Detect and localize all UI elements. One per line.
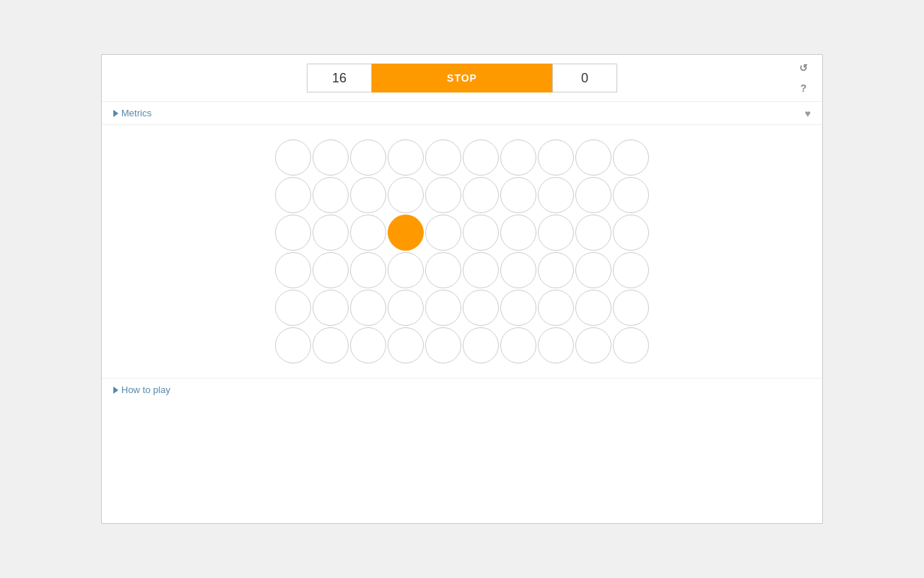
circle[interactable] xyxy=(275,177,311,213)
circle[interactable] xyxy=(275,327,311,363)
circle[interactable] xyxy=(425,327,461,363)
refresh-icon[interactable]: ↺ xyxy=(796,61,811,75)
circle[interactable] xyxy=(575,290,611,326)
heart-icon[interactable]: ♥ xyxy=(805,108,811,119)
how-to-play-label[interactable]: How to play xyxy=(113,384,170,395)
circle[interactable] xyxy=(313,139,349,176)
circle[interactable] xyxy=(538,139,574,176)
circle[interactable] xyxy=(275,215,311,251)
circle[interactable] xyxy=(538,252,574,288)
circle[interactable] xyxy=(575,177,611,213)
circle[interactable] xyxy=(388,215,424,251)
circle[interactable] xyxy=(575,327,611,363)
counter-left: 16 xyxy=(307,64,372,92)
circle[interactable] xyxy=(538,290,574,326)
circle[interactable] xyxy=(425,139,461,176)
circle[interactable] xyxy=(388,177,424,213)
circle[interactable] xyxy=(350,327,386,363)
circle[interactable] xyxy=(350,290,386,326)
circle[interactable] xyxy=(425,215,461,251)
top-right-icons: ↺ ? xyxy=(796,61,811,95)
circle[interactable] xyxy=(500,177,536,213)
circle[interactable] xyxy=(388,252,424,288)
circle[interactable] xyxy=(425,290,461,326)
circle[interactable] xyxy=(313,177,349,213)
circle[interactable] xyxy=(500,290,536,326)
circle[interactable] xyxy=(500,252,536,288)
circle[interactable] xyxy=(350,139,386,176)
circle[interactable] xyxy=(613,252,649,288)
how-to-play-content xyxy=(102,401,822,488)
main-container: 16 STOP 0 ↺ ? Metrics ♥ How to play xyxy=(101,54,823,524)
circle[interactable] xyxy=(613,139,649,176)
circle[interactable] xyxy=(313,290,349,326)
circle[interactable] xyxy=(538,177,574,213)
circle[interactable] xyxy=(538,215,574,251)
board-row xyxy=(275,327,649,363)
circle[interactable] xyxy=(613,177,649,213)
circle[interactable] xyxy=(313,327,349,363)
circle[interactable] xyxy=(538,327,574,363)
circle[interactable] xyxy=(388,290,424,326)
circle[interactable] xyxy=(275,139,311,176)
circle[interactable] xyxy=(463,252,499,288)
circle[interactable] xyxy=(388,139,424,176)
circle[interactable] xyxy=(500,139,536,176)
board-row xyxy=(275,252,649,288)
how-to-play-row[interactable]: How to play xyxy=(102,379,822,401)
circle[interactable] xyxy=(313,252,349,288)
board-row xyxy=(275,215,649,251)
circle[interactable] xyxy=(350,252,386,288)
help-icon[interactable]: ? xyxy=(796,81,811,95)
header-row: 16 STOP 0 ↺ ? xyxy=(102,55,822,102)
circle[interactable] xyxy=(613,215,649,251)
game-board xyxy=(102,125,822,379)
circle[interactable] xyxy=(275,290,311,326)
circle[interactable] xyxy=(500,215,536,251)
circle[interactable] xyxy=(575,252,611,288)
how-to-play-triangle xyxy=(113,387,118,394)
circle[interactable] xyxy=(613,290,649,326)
board-row xyxy=(275,177,649,213)
stop-button[interactable]: STOP xyxy=(372,64,552,92)
counter-right: 0 xyxy=(552,64,617,92)
board-row xyxy=(275,290,649,326)
circle[interactable] xyxy=(613,327,649,363)
circle[interactable] xyxy=(463,139,499,176)
metrics-row[interactable]: Metrics ♥ xyxy=(102,102,822,125)
circle[interactable] xyxy=(350,177,386,213)
circle[interactable] xyxy=(463,215,499,251)
circle[interactable] xyxy=(313,215,349,251)
circle[interactable] xyxy=(463,327,499,363)
board-row xyxy=(275,139,649,176)
circle[interactable] xyxy=(463,177,499,213)
circle[interactable] xyxy=(275,252,311,288)
metrics-label[interactable]: Metrics xyxy=(113,108,152,118)
circle[interactable] xyxy=(500,327,536,363)
circle[interactable] xyxy=(575,139,611,176)
circle[interactable] xyxy=(425,252,461,288)
circle[interactable] xyxy=(388,327,424,363)
circle[interactable] xyxy=(463,290,499,326)
circle[interactable] xyxy=(575,215,611,251)
circle[interactable] xyxy=(350,215,386,251)
circle[interactable] xyxy=(425,177,461,213)
metrics-triangle xyxy=(113,110,118,117)
